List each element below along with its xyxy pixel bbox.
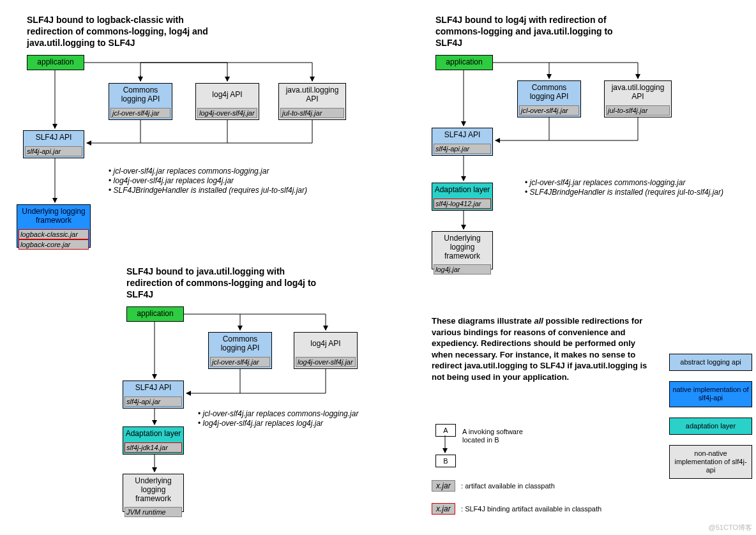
legend-jar-red: x.jar : SLF4J binding artifact available… [432, 503, 601, 515]
d3-underlying: Underlying logging framework log4j.jar [432, 231, 493, 269]
d3-adapt: Adaptation layer slf4j-log412.jar [432, 183, 493, 211]
d2-notes: • jcl-over-slf4j.jar replaces commons-lo… [198, 409, 421, 428]
legend-boxes: abstract logging api native implementati… [669, 354, 752, 489]
d2-underlying: Underlying logging framework JVM runtime [123, 474, 184, 512]
diag3-title: SLF4J bound to log4j with redirection of… [435, 14, 640, 49]
d3-notes: • jcl-over-slf4j.jar replaces commons-lo… [525, 177, 756, 197]
d2-commons-api: Commons logging API jcl-over-slf4j.jar [208, 332, 272, 369]
d2-log4j-api: log4j API log4j-over-slf4j.jar [294, 332, 358, 369]
d1-log4j-api: log4j API log4j-over-slf4j.jar [195, 83, 259, 120]
legend-native: native implementation of slf4j-api [669, 381, 752, 407]
d3-slf4j-api: SLF4J API slf4j-api.jar [432, 128, 493, 156]
diag1-title: SLF4J bound to logback-classic with redi… [27, 14, 231, 49]
d2-slf4j-api: SLF4J API slf4j-api.jar [123, 381, 184, 409]
legend-jar-plain: x.jar : artifact available in classpath [432, 480, 555, 492]
d3-application: application [435, 55, 493, 70]
legend-ab-text: A invoking software located in B [462, 428, 526, 444]
legend-adapt: adaptation layer [669, 418, 752, 435]
d3-commons-api: Commons logging API jcl-over-slf4j.jar [517, 80, 581, 117]
legend-nonnative: non-native implementation of slf4j-api [669, 445, 752, 479]
d1-commons-api: Commons logging API jcl-over-slf4j.jar [109, 83, 172, 120]
d1-underlying: Underlying logging framework logback-cla… [17, 204, 91, 248]
explain-paragraph: These diagrams illustrate all possible r… [432, 315, 655, 382]
d1-application: application [27, 55, 84, 70]
diag2-title: SLF4J bound to java.util.logging with re… [126, 266, 331, 301]
d1-jul-api: java.util.logging API jul-to-slf4j.jar [278, 83, 346, 120]
legend-abstract: abstract logging api [669, 354, 752, 371]
watermark: @51CTO博客 [709, 523, 752, 532]
d2-adapt: Adaptation layer slf4j-jdk14.jar [123, 426, 184, 455]
legend-a: A [435, 424, 456, 437]
d1-notes: • jcl-over-slf4j.jar replaces commons-lo… [109, 166, 364, 195]
legend-b: B [435, 455, 456, 467]
d1-slf4j-api: SLF4J API slf4j-api.jar [23, 130, 84, 158]
d3-jul-api: java.util.logging API jul-to-slf4j.jar [604, 80, 672, 117]
d2-application: application [126, 306, 184, 322]
